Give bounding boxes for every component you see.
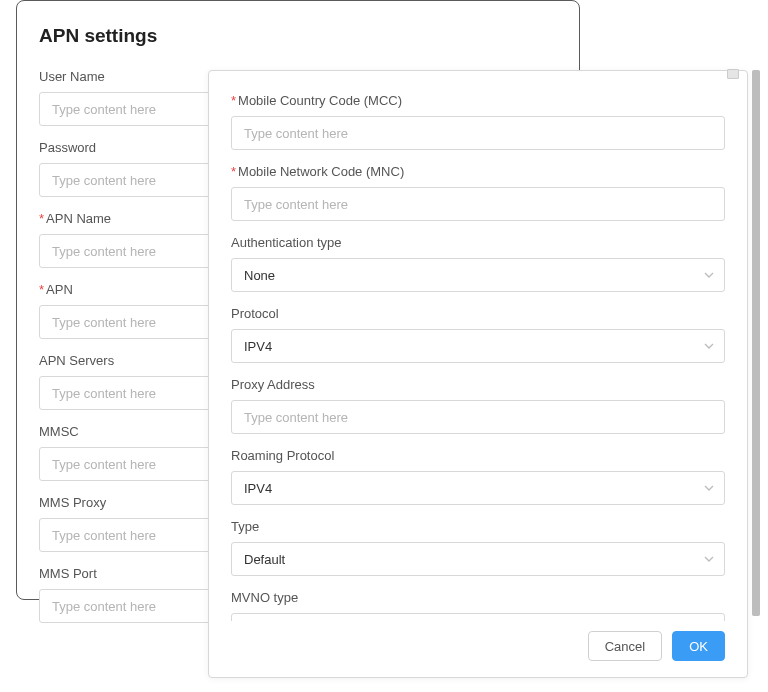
label-auth-type: Authentication type (231, 235, 725, 250)
ok-button[interactable]: OK (672, 631, 725, 661)
required-marker: * (231, 164, 236, 179)
required-marker: * (39, 211, 44, 226)
label-proxy-address: Proxy Address (231, 377, 725, 392)
select-type[interactable]: Default (231, 542, 725, 576)
field-mnc: *Mobile Network Code (MNC) (231, 164, 725, 221)
label-roaming-protocol: Roaming Protocol (231, 448, 725, 463)
label-mnc: *Mobile Network Code (MNC) (231, 164, 725, 179)
select-protocol-value: IPV4 (244, 339, 272, 354)
label-mnc-text: Mobile Network Code (MNC) (238, 164, 404, 179)
overlay-body: *Mobile Country Code (MCC) *Mobile Netwo… (209, 71, 747, 621)
select-auth-type[interactable]: None (231, 258, 725, 292)
field-type: Type Default (231, 519, 725, 576)
select-protocol[interactable]: IPV4 (231, 329, 725, 363)
field-roaming-protocol: Roaming Protocol IPV4 (231, 448, 725, 505)
input-mnc[interactable] (231, 187, 725, 221)
outer-scrollbar-track[interactable] (752, 70, 760, 616)
input-mcc[interactable] (231, 116, 725, 150)
label-type: Type (231, 519, 725, 534)
select-roaming-protocol-value: IPV4 (244, 481, 272, 496)
select-auth-type-value: None (244, 268, 275, 283)
select-type-wrap: Default (231, 542, 725, 576)
label-mcc: *Mobile Country Code (MCC) (231, 93, 725, 108)
field-mvno-type: MVNO type None (231, 590, 725, 621)
label-mvno-type: MVNO type (231, 590, 725, 605)
label-apn-text: APN (46, 282, 73, 297)
select-mvno-type-wrap: None (231, 613, 725, 621)
outer-scrollbar-thumb[interactable] (752, 70, 760, 616)
apn-settings-overlay: *Mobile Country Code (MCC) *Mobile Netwo… (208, 70, 748, 678)
select-type-value: Default (244, 552, 285, 567)
field-mcc: *Mobile Country Code (MCC) (231, 93, 725, 150)
select-mvno-type[interactable]: None (231, 613, 725, 621)
select-roaming-protocol-wrap: IPV4 (231, 471, 725, 505)
required-marker: * (39, 282, 44, 297)
label-mcc-text: Mobile Country Code (MCC) (238, 93, 402, 108)
label-apn-name-text: APN Name (46, 211, 111, 226)
select-auth-type-wrap: None (231, 258, 725, 292)
select-protocol-wrap: IPV4 (231, 329, 725, 363)
scroll-up-notch[interactable] (727, 69, 739, 79)
cancel-button[interactable]: Cancel (588, 631, 662, 661)
required-marker: * (231, 93, 236, 108)
overlay-footer: Cancel OK (209, 621, 747, 677)
field-proxy-address: Proxy Address (231, 377, 725, 434)
field-protocol: Protocol IPV4 (231, 306, 725, 363)
field-auth-type: Authentication type None (231, 235, 725, 292)
select-roaming-protocol[interactable]: IPV4 (231, 471, 725, 505)
input-proxy-address[interactable] (231, 400, 725, 434)
modal-title: APN settings (39, 25, 557, 47)
label-protocol: Protocol (231, 306, 725, 321)
